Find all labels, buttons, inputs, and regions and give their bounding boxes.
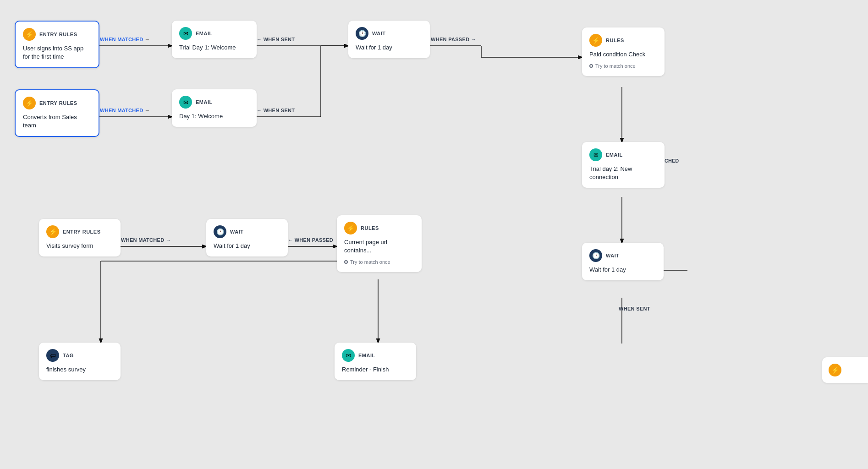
email-node-4-header: ✉ EMAIL	[342, 349, 409, 362]
when-matched-label-1: WHEN MATCHED →	[100, 37, 150, 42]
wait-node-2-type: WAIT	[606, 253, 620, 258]
badge-dot-1	[589, 64, 593, 68]
email-node-2-icon: ✉	[179, 96, 192, 109]
entry-node-2[interactable]: ⚡ ENTRY RULES Converts from Sales team	[15, 89, 99, 137]
when-matched-label-3: WHEN MATCHED →	[121, 237, 171, 243]
entry-node-1[interactable]: ⚡ ENTRY RULES User signs into SS app for…	[15, 21, 99, 68]
badge-dot-2	[344, 260, 348, 264]
email-node-4[interactable]: ✉ EMAIL Reminder - Finish	[335, 343, 416, 380]
entry-node-3-header: ⚡ ENTRY RULES	[46, 225, 113, 238]
rules-node-2[interactable]: ⚡ RULES Current page url contains... Try…	[337, 215, 422, 272]
wait-node-1-icon: 🕐	[356, 27, 368, 40]
when-sent-label-2: ← WHEN SENT	[257, 108, 295, 113]
email-node-4-icon: ✉	[342, 349, 355, 362]
rules-node-1-type: RULES	[606, 38, 624, 43]
wait-node-1[interactable]: 🕐 WAIT Wait for 1 day	[348, 21, 430, 58]
email-node-4-type: EMAIL	[358, 353, 375, 358]
when-matched-label-2: WHEN MATCHED →	[100, 108, 150, 113]
wait-node-1-header: 🕐 WAIT	[356, 27, 423, 40]
email-node-1-header: ✉ EMAIL	[179, 27, 249, 40]
wait-node-3-icon: 🕐	[214, 225, 226, 238]
email-node-2-header: ✉ EMAIL	[179, 96, 249, 109]
workflow-canvas: ⚡ ENTRY RULES User signs into SS app for…	[0, 0, 868, 469]
rules-node-2-type: RULES	[361, 225, 379, 231]
entry-node-2-header: ⚡ ENTRY RULES	[23, 97, 91, 109]
entry-node-3-body: Visits survey form	[46, 242, 113, 250]
entry-node-2-icon: ⚡	[23, 97, 36, 109]
entry-node-3-type: ENTRY RULES	[63, 229, 101, 234]
email-node-3-icon: ✉	[589, 148, 602, 161]
email-node-2[interactable]: ✉ EMAIL Day 1: Welcome	[172, 89, 257, 127]
entry-node-1-body: User signs into SS app for the first tim…	[23, 44, 91, 61]
tag-node-1-icon: 🏷	[46, 349, 59, 362]
email-node-1-icon: ✉	[179, 27, 192, 40]
wait-node-3[interactable]: 🕐 WAIT Wait for 1 day	[206, 219, 288, 256]
email-node-3-header: ✉ EMAIL	[589, 148, 657, 161]
rules-node-2-badge: Try to match once	[344, 259, 390, 265]
wait-node-1-body: Wait for 1 day	[356, 44, 423, 52]
wait-node-2-header: 🕐 WAIT	[589, 249, 656, 262]
rules-node-2-header: ⚡ RULES	[344, 222, 414, 234]
arrows-layer	[0, 0, 868, 469]
email-node-3-type: EMAIL	[606, 152, 623, 158]
entry-node-1-icon: ⚡	[23, 28, 36, 41]
when-sent-label-1: ← WHEN SENT	[257, 37, 295, 42]
entry-node-3-icon: ⚡	[46, 225, 59, 238]
wait-node-3-header: 🕐 WAIT	[214, 225, 280, 238]
wait-node-2-body: Wait for 1 day	[589, 266, 656, 274]
rules-node-1-icon: ⚡	[589, 34, 602, 47]
rules-node-1[interactable]: ⚡ RULES Paid condition Check Try to matc…	[582, 27, 665, 76]
wait-node-2[interactable]: 🕐 WAIT Wait for 1 day	[582, 243, 664, 280]
entry-node-3[interactable]: ⚡ ENTRY RULES Visits survey form	[39, 219, 121, 256]
email-node-2-body: Day 1: Welcome	[179, 112, 249, 120]
email-node-1[interactable]: ✉ EMAIL Trial Day 1: Welcome	[172, 21, 257, 58]
email-node-3[interactable]: ✉ EMAIL Trial day 2: New connection	[582, 142, 665, 188]
email-node-1-type: EMAIL	[196, 31, 213, 36]
tag-node-1-type: TAG	[63, 353, 74, 358]
when-sent-label-3: WHEN SENT	[619, 306, 650, 311]
rules-node-2-icon: ⚡	[344, 222, 357, 234]
entry-node-1-header: ⚡ ENTRY RULES	[23, 28, 91, 41]
when-passed-label-1: WHEN PASSED →	[431, 37, 476, 42]
email-node-4-body: Reminder - Finish	[342, 365, 409, 374]
rules-node-1-body: Paid condition Check	[589, 50, 657, 59]
email-node-2-type: EMAIL	[196, 99, 213, 105]
wait-node-1-type: WAIT	[372, 31, 386, 36]
tag-node-1-header: 🏷 TAG	[46, 349, 113, 362]
wait-node-3-body: Wait for 1 day	[214, 242, 280, 250]
tag-node-1[interactable]: 🏷 TAG finishes survey	[39, 343, 121, 380]
wait-node-3-type: WAIT	[230, 229, 244, 234]
entry-node-2-type: ENTRY RULES	[39, 100, 77, 106]
when-passed-label-2: ← WHEN PASSED	[288, 237, 333, 243]
email-node-3-body: Trial day 2: New connection	[589, 165, 657, 181]
rules-node-2-body: Current page url contains...	[344, 238, 414, 255]
entry-node-2-body: Converts from Sales team	[23, 113, 91, 130]
tag-node-1-body: finishes survey	[46, 365, 113, 374]
entry-node-1-type: ENTRY RULES	[39, 32, 77, 37]
rules-node-1-header: ⚡ RULES	[589, 34, 657, 47]
wait-node-2-icon: 🕐	[589, 249, 602, 262]
email-node-1-body: Trial Day 1: Welcome	[179, 44, 249, 52]
when-not-matched-label: CHED	[665, 158, 679, 164]
partial-node-right: ⚡	[822, 357, 868, 383]
rules-node-1-badge: Try to match once	[589, 63, 636, 69]
